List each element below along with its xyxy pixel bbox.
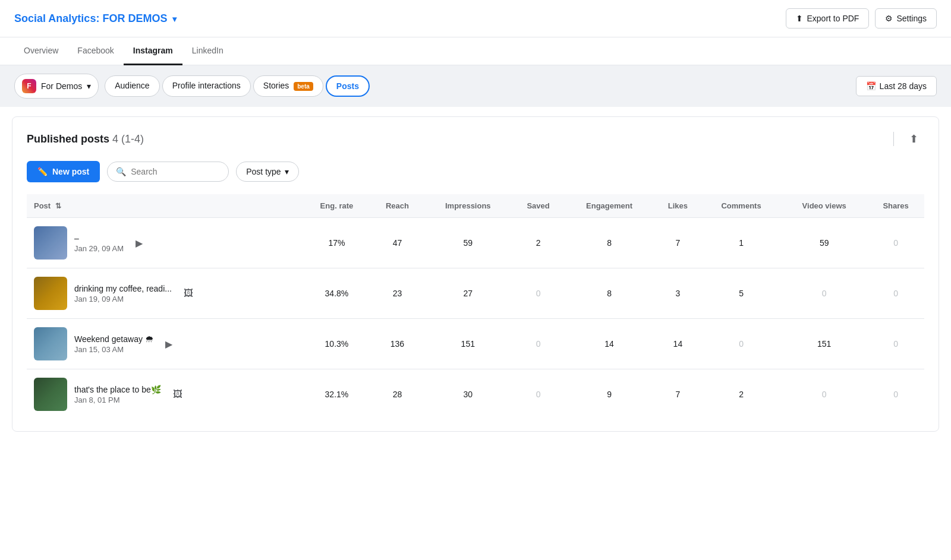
saved: 2 (512, 218, 564, 268)
post-thumbnail (34, 378, 67, 411)
col-saved: Saved (512, 194, 564, 218)
post-type-icon: ▶ (136, 238, 143, 249)
post-info: Weekend getaway 🌨 Jan 15, 03 AM (74, 334, 153, 354)
comments: 0 (701, 319, 781, 369)
eng-rate: 10.3% (303, 319, 371, 369)
gear-icon: ⚙ (885, 14, 893, 23)
table-row[interactable]: that's the place to be🌿 Jan 8, 01 PM 🖼 3… (27, 369, 924, 420)
post-title: that's the place to be🌿 (74, 385, 161, 394)
settings-button[interactable]: ⚙ Settings (875, 8, 937, 29)
saved: 0 (512, 268, 564, 319)
export-button[interactable]: ⬆ (903, 129, 924, 149)
post-cell: – Jan 29, 09 AM ▶ (27, 218, 303, 268)
col-eng-rate: Eng. rate (303, 194, 371, 218)
posts-table: Post ⇅ Eng. rate Reach Impressions Saved… (27, 194, 924, 419)
col-shares: Shares (867, 194, 924, 218)
post-title: – (74, 233, 124, 243)
impressions: 151 (424, 319, 512, 369)
tab-facebook[interactable]: Facebook (68, 37, 123, 65)
section-export: ⬆ (893, 129, 924, 149)
col-comments: Comments (701, 194, 781, 218)
saved: 0 (512, 319, 564, 369)
app-title: Social Analytics: FOR DEMOS ▾ (14, 12, 177, 25)
sub-header: F For Demos ▾ Audience Profile interacti… (0, 65, 951, 107)
new-post-button[interactable]: ✏️ New post (27, 161, 100, 182)
sort-icon[interactable]: ⇅ (55, 202, 61, 210)
post-title: Weekend getaway 🌨 (74, 334, 153, 344)
sub-tabs: Audience Profile interactions Stories be… (105, 75, 370, 97)
likes: 7 (654, 218, 701, 268)
subtab-stories[interactable]: Stories beta (253, 75, 323, 97)
table-row[interactable]: Weekend getaway 🌨 Jan 15, 03 AM ▶ 10.3% … (27, 319, 924, 369)
subtab-posts[interactable]: Posts (326, 75, 370, 97)
post-cell: that's the place to be🌿 Jan 8, 01 PM 🖼 (27, 369, 303, 420)
post-cell: Weekend getaway 🌨 Jan 15, 03 AM ▶ (27, 319, 303, 369)
shares: 0 (867, 268, 924, 319)
comments: 2 (701, 369, 781, 420)
toolbar: ✏️ New post 🔍 Post type ▾ (27, 161, 924, 182)
calendar-icon: 📅 (866, 81, 876, 91)
app-title-static: Social Analytics: (14, 12, 99, 24)
post-type-icon: 🖼 (184, 288, 193, 299)
engagement: 8 (564, 218, 654, 268)
col-likes: Likes (654, 194, 701, 218)
col-post: Post ⇅ (27, 194, 303, 218)
post-title: drinking my coffee, readi... (74, 284, 172, 293)
subtab-audience[interactable]: Audience (105, 75, 159, 97)
account-chevron: ▾ (87, 81, 91, 91)
reach: 28 (371, 369, 424, 420)
brand-chevron[interactable]: ▾ (172, 14, 177, 24)
app-header: Social Analytics: FOR DEMOS ▾ ⬆ Export t… (0, 0, 951, 37)
engagement: 8 (564, 268, 654, 319)
export-icon: ⬆ (796, 14, 803, 23)
search-input[interactable] (131, 167, 220, 176)
table-row[interactable]: drinking my coffee, readi... Jan 19, 09 … (27, 268, 924, 319)
pencil-icon: ✏️ (37, 167, 48, 176)
search-box[interactable]: 🔍 (107, 162, 229, 182)
col-engagement: Engagement (564, 194, 654, 218)
tab-overview[interactable]: Overview (14, 37, 68, 65)
engagement: 14 (564, 319, 654, 369)
posts-count: 4 (1-4) (112, 133, 144, 145)
shares: 0 (867, 218, 924, 268)
comments: 5 (701, 268, 781, 319)
header-actions: ⬆ Export to PDF ⚙ Settings (786, 8, 937, 29)
reach: 136 (371, 319, 424, 369)
tab-linkedin[interactable]: LinkedIn (182, 37, 233, 65)
impressions: 27 (424, 268, 512, 319)
nav-tabs: Overview Facebook Instagram LinkedIn (0, 37, 951, 65)
eng-rate: 34.8% (303, 268, 371, 319)
engagement: 9 (564, 369, 654, 420)
export-pdf-button[interactable]: ⬆ Export to PDF (786, 8, 869, 29)
table-header-row: Post ⇅ Eng. rate Reach Impressions Saved… (27, 194, 924, 218)
post-date: Jan 29, 09 AM (74, 244, 124, 253)
table-row[interactable]: – Jan 29, 09 AM ▶ 17% 47 59 2 8 7 1 59 0 (27, 218, 924, 268)
saved: 0 (512, 369, 564, 420)
likes: 3 (654, 268, 701, 319)
post-type-icon: ▶ (165, 338, 172, 350)
post-thumbnail (34, 327, 67, 360)
posts-section: Published posts 4 (1-4) ⬆ ✏️ New post 🔍 … (12, 116, 939, 432)
tab-instagram[interactable]: Instagram (124, 37, 182, 65)
post-date: Jan 19, 09 AM (74, 295, 172, 303)
post-info: – Jan 29, 09 AM (74, 233, 124, 253)
post-cell: drinking my coffee, readi... Jan 19, 09 … (27, 268, 303, 319)
col-impressions: Impressions (424, 194, 512, 218)
brand-name: FOR DEMOS (102, 12, 167, 24)
likes: 7 (654, 369, 701, 420)
account-selector[interactable]: F For Demos ▾ (14, 74, 99, 99)
post-type-button[interactable]: Post type ▾ (236, 162, 298, 182)
post-date: Jan 15, 03 AM (74, 345, 153, 354)
post-info: drinking my coffee, readi... Jan 19, 09 … (74, 284, 172, 303)
sub-header-left: F For Demos ▾ Audience Profile interacti… (14, 74, 370, 99)
video-views: 0 (781, 369, 867, 420)
likes: 14 (654, 319, 701, 369)
post-thumbnail (34, 226, 67, 260)
subtab-profile-interactions[interactable]: Profile interactions (162, 75, 251, 97)
section-title: Published posts 4 (1-4) (27, 133, 144, 145)
date-range-button[interactable]: 📅 Last 28 days (856, 76, 937, 96)
eng-rate: 17% (303, 218, 371, 268)
post-type-chevron: ▾ (285, 167, 289, 176)
beta-badge: beta (294, 82, 313, 91)
col-video-views: Video views (781, 194, 867, 218)
